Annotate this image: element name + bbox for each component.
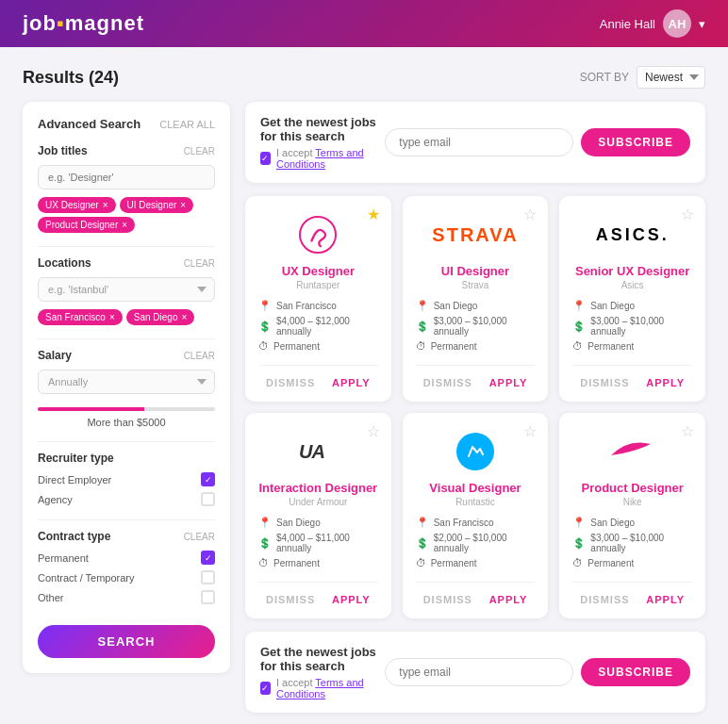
- salary-header: Salary CLEAR: [38, 349, 215, 362]
- apply-button-1[interactable]: APPLY: [324, 373, 378, 392]
- locations-label: Locations: [38, 256, 91, 270]
- subscribe-check-bottom: I accept Terms and Conditions: [260, 677, 385, 699]
- type-5: Permanent: [431, 558, 477, 568]
- location-row-3: 📍 San Diego: [572, 300, 692, 312]
- svg-text:UA: UA: [299, 441, 324, 462]
- subscribe-button-bottom[interactable]: SUBSCRIBE: [581, 658, 690, 686]
- apply-button-5[interactable]: APPLY: [482, 590, 536, 609]
- card-logo-3: ASICS.: [572, 211, 692, 258]
- user-menu[interactable]: Annie Hall AH ▾: [600, 9, 705, 38]
- bookmark-icon-4[interactable]: ☆: [367, 422, 380, 440]
- tag-ux-designer[interactable]: UX Designer ×: [38, 197, 116, 213]
- type-row-5: ⏱ Permanent: [416, 557, 536, 568]
- sidebar-card: Advanced Search CLEAR ALL Job titles CLE…: [23, 102, 230, 673]
- type-icon-2: ⏱: [416, 340, 426, 352]
- bookmark-icon-3[interactable]: ☆: [681, 206, 694, 223]
- job-titles-clear[interactable]: CLEAR: [184, 146, 215, 156]
- job-card-4: ☆ UA Interaction Designer Under Armour 📍: [245, 413, 391, 618]
- tag-ui-designer[interactable]: UI Designer ×: [120, 197, 194, 213]
- terms-link-top[interactable]: Terms and Conditions: [276, 147, 364, 170]
- salary-label: Salary: [38, 349, 72, 362]
- bookmark-icon-5[interactable]: ☆: [523, 422, 537, 440]
- tag-san-francisco[interactable]: San Francisco ×: [38, 309, 123, 325]
- dismiss-button-2[interactable]: DISMISS: [416, 373, 480, 392]
- apply-button-2[interactable]: APPLY: [482, 373, 536, 392]
- bookmark-icon-6[interactable]: ☆: [681, 422, 694, 440]
- dismiss-button-4[interactable]: DISMISS: [258, 590, 323, 609]
- tag-ux-remove-icon[interactable]: ×: [103, 200, 108, 210]
- subscribe-right-top: SUBSCRIBE: [385, 128, 690, 156]
- apply-button-3[interactable]: APPLY: [638, 373, 692, 392]
- subscribe-checkbox-top[interactable]: [260, 152, 271, 165]
- contract-permanent-checkbox[interactable]: [201, 551, 215, 565]
- terms-link-bottom[interactable]: Terms and Conditions: [276, 677, 364, 699]
- contract-temporary-checkbox[interactable]: [201, 570, 215, 584]
- salary-row-1: 💲 $4,000 – $12,000 annually: [258, 316, 378, 337]
- bookmark-icon-1[interactable]: ★: [367, 206, 380, 223]
- apply-button-6[interactable]: APPLY: [638, 590, 692, 609]
- dismiss-button-6[interactable]: DISMISS: [572, 590, 637, 609]
- subscribe-email-bottom[interactable]: [385, 658, 573, 686]
- card-details-6: 📍 San Diego 💲 $3,000 – $10,000 annually …: [572, 517, 692, 572]
- apply-button-4[interactable]: APPLY: [324, 590, 378, 609]
- tag-ui-remove-icon[interactable]: ×: [180, 200, 186, 210]
- salary-3: $3,000 – $10,000 annually: [590, 316, 692, 337]
- salary-slider[interactable]: More than $5000: [38, 407, 215, 428]
- type-3: Permanent: [587, 341, 634, 352]
- card-actions-6: DISMISS APPLY: [572, 582, 692, 609]
- company-2: Strava: [416, 280, 536, 290]
- salary-5: $2,000 – $10,000 annually: [434, 533, 536, 553]
- contract-type-clear[interactable]: CLEAR: [184, 532, 215, 542]
- advanced-search-title: Advanced Search: [38, 117, 141, 131]
- contract-other-checkbox[interactable]: [201, 590, 215, 604]
- salary-clear[interactable]: CLEAR: [184, 351, 215, 361]
- subscribe-left-bottom: Get the newest jobs for this search I ac…: [260, 645, 385, 699]
- card-logo-5: [416, 428, 536, 475]
- company-6: Nike: [572, 497, 692, 507]
- contract-permanent-row: Permanent: [38, 551, 215, 565]
- type-2: Permanent: [431, 341, 477, 352]
- recruiter-agency-checkbox[interactable]: [201, 492, 215, 506]
- recruiter-direct-checkbox[interactable]: [201, 472, 215, 486]
- dismiss-button-1[interactable]: DISMISS: [258, 373, 323, 392]
- location-2: San Diego: [434, 301, 478, 311]
- locations-select[interactable]: e.g. 'Istanbul': [38, 277, 215, 302]
- locations-clear[interactable]: CLEAR: [184, 258, 215, 269]
- salary-row-2: 💲 $3,000 – $10,000 annually: [416, 316, 536, 337]
- job-title-1: UX Designer: [258, 264, 378, 278]
- subscribe-checkbox-bottom[interactable]: [260, 682, 271, 695]
- company-1: Runtasper: [258, 280, 378, 290]
- location-icon-2: 📍: [416, 300, 429, 312]
- location-row-6: 📍 San Diego: [572, 517, 692, 529]
- recruiter-agency-label: Agency: [38, 494, 73, 505]
- sort-bar: SORT BY Newest Oldest Salary: [580, 66, 705, 89]
- company-5: Runtastic: [416, 497, 536, 507]
- tag-san-diego[interactable]: San Diego ×: [126, 309, 195, 325]
- asics-logo: ASICS.: [596, 225, 670, 245]
- recruiter-type-label: Recruiter type: [38, 452, 114, 465]
- salary-period-select[interactable]: Annually Monthly: [38, 370, 215, 394]
- search-button[interactable]: SEARCH: [38, 625, 215, 658]
- location-icon-1: 📍: [258, 300, 272, 312]
- card-details-5: 📍 San Francisco 💲 $2,000 – $10,000 annua…: [416, 517, 536, 572]
- tag-sd-remove-icon[interactable]: ×: [181, 312, 187, 322]
- card-logo-4: UA: [258, 428, 378, 475]
- type-1: Permanent: [273, 341, 320, 352]
- type-icon-5: ⏱: [416, 557, 426, 568]
- tag-product-designer[interactable]: Product Designer ×: [38, 217, 135, 233]
- dismiss-button-5[interactable]: DISMISS: [416, 590, 480, 609]
- dismiss-button-3[interactable]: DISMISS: [572, 373, 637, 392]
- subscribe-button-top[interactable]: SUBSCRIBE: [581, 128, 690, 156]
- job-titles-input[interactable]: [38, 165, 215, 189]
- tag-sf-remove-icon[interactable]: ×: [109, 312, 115, 322]
- sidebar-top: Advanced Search CLEAR ALL: [38, 117, 215, 131]
- bookmark-icon-2[interactable]: ☆: [523, 206, 537, 223]
- salary-2: $3,000 – $10,000 annually: [434, 316, 536, 337]
- recruiter-direct-row: Direct Employer: [38, 472, 215, 486]
- clear-all-button[interactable]: CLEAR ALL: [159, 119, 215, 130]
- company-4: Under Armour: [258, 497, 378, 507]
- user-name: Annie Hall: [600, 17, 655, 31]
- subscribe-email-top[interactable]: [385, 128, 573, 156]
- tag-product-remove-icon[interactable]: ×: [122, 220, 127, 230]
- sort-select[interactable]: Newest Oldest Salary: [637, 66, 705, 89]
